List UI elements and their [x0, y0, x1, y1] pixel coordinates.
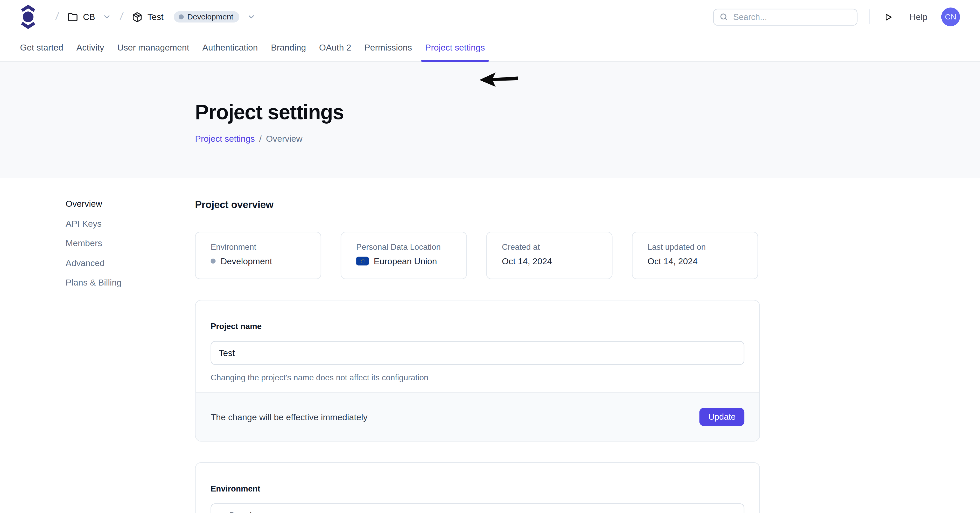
info-card-last-updated: Last updated on Oct 14, 2024	[632, 232, 758, 279]
header-actions: Help CN	[713, 8, 960, 26]
settings-sidebar: Overview API Keys Members Advanced Plans…	[65, 199, 156, 513]
info-card-label: Last updated on	[648, 242, 742, 252]
sidebar-item-overview[interactable]: Overview	[65, 199, 156, 208]
environment-badge: Development	[173, 11, 240, 22]
sidebar-item-members[interactable]: Members	[65, 238, 156, 248]
folder-icon	[67, 12, 78, 22]
sidebar-item-api-keys[interactable]: API Keys	[65, 219, 156, 228]
info-card-label: Environment	[210, 242, 305, 252]
header-bar: / CB / Test Development	[0, 0, 980, 34]
eu-flag-icon	[356, 257, 369, 265]
environment-select-value: Development	[229, 510, 281, 513]
tab-project-settings[interactable]: Project settings	[421, 34, 489, 61]
info-card-value: European Union	[374, 256, 437, 266]
environment-badge-label: Development	[187, 13, 233, 21]
environment-label: Environment	[210, 484, 745, 493]
content-area: Overview API Keys Members Advanced Plans…	[0, 178, 980, 513]
info-card-created-at: Created at Oct 14, 2024	[486, 232, 612, 279]
project-name: Test	[148, 12, 164, 22]
search-icon	[719, 13, 728, 21]
app-logo-icon[interactable]	[20, 5, 36, 29]
project-name-label: Project name	[210, 322, 745, 331]
page-title: Project settings	[195, 100, 980, 124]
tab-authentication[interactable]: Authentication	[199, 34, 262, 61]
user-avatar[interactable]: CN	[941, 8, 960, 26]
breadcrumb-current: Overview	[266, 134, 302, 144]
status-dot-icon	[179, 14, 183, 19]
tab-permissions[interactable]: Permissions	[361, 34, 416, 61]
breadcrumb: Project settings / Overview	[195, 134, 980, 144]
app-window: / CB / Test Development	[0, 0, 980, 513]
org-name: CB	[83, 12, 95, 22]
update-button[interactable]: Update	[700, 408, 745, 426]
tab-user-management[interactable]: User management	[113, 34, 193, 61]
search-input[interactable]	[733, 12, 851, 22]
breadcrumb-separator: /	[55, 11, 59, 23]
footer-note: The change will be effective immediately	[210, 412, 368, 422]
top-header: / CB / Test Development	[0, 0, 980, 62]
primary-tabs: Get started Activity User management Aut…	[0, 34, 980, 61]
breadcrumb-link-project-settings[interactable]: Project settings	[195, 134, 255, 144]
page-hero: Project settings Project settings / Over…	[0, 62, 980, 178]
info-card-value: Oct 14, 2024	[648, 256, 697, 266]
info-card-label: Personal Data Location	[356, 242, 451, 252]
breadcrumb-separator: /	[119, 11, 124, 23]
info-card-value: Development	[221, 256, 272, 266]
status-dot-icon	[210, 259, 215, 264]
info-card-value: Oct 14, 2024	[502, 256, 552, 266]
tab-branding[interactable]: Branding	[267, 34, 310, 61]
chevron-down-icon	[726, 511, 735, 513]
sidebar-item-plans-billing[interactable]: Plans & Billing	[65, 278, 156, 287]
info-card-environment: Environment Development	[195, 232, 321, 279]
chevron-down-icon	[247, 13, 256, 21]
search-box[interactable]	[713, 8, 858, 25]
section-title: Project overview	[195, 199, 760, 210]
settings-main: Project overview Environment Development…	[195, 199, 760, 513]
header-divider	[870, 10, 870, 24]
project-name-panel-footer: The change will be effective immediately…	[196, 392, 759, 441]
chevron-down-icon	[103, 13, 111, 21]
tab-get-started[interactable]: Get started	[16, 34, 67, 61]
package-icon	[132, 12, 142, 22]
breadcrumb-separator: /	[259, 134, 262, 144]
project-name-helper-text: Changing the project's name does not aff…	[210, 373, 745, 382]
sidebar-item-advanced[interactable]: Advanced	[65, 258, 156, 267]
info-card-label: Created at	[502, 242, 597, 252]
info-card-data-location: Personal Data Location European Union	[340, 232, 467, 279]
project-name-panel: Project name Changing the project's name…	[195, 300, 760, 442]
environment-select[interactable]: Development	[210, 503, 745, 513]
tab-oauth2[interactable]: OAuth 2	[315, 34, 355, 61]
environment-panel: Environment Development	[195, 462, 760, 513]
help-link[interactable]: Help	[910, 12, 928, 22]
org-switcher[interactable]: CB	[67, 12, 111, 22]
info-cards-row: Environment Development Personal Data Lo…	[195, 232, 760, 279]
project-name-input[interactable]	[210, 341, 745, 365]
run-icon[interactable]	[881, 10, 895, 24]
project-switcher[interactable]: Test Development	[132, 11, 256, 22]
tab-activity[interactable]: Activity	[73, 34, 108, 61]
